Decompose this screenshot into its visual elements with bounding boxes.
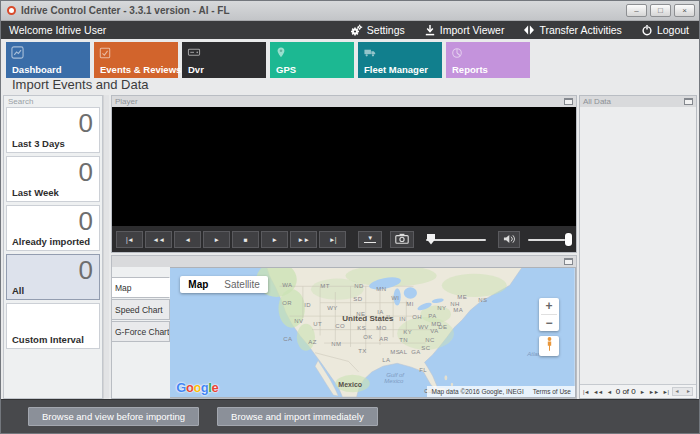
map-label: LA bbox=[382, 357, 390, 363]
map-label: NE bbox=[356, 311, 365, 317]
video-display[interactable] bbox=[112, 107, 576, 226]
step-forward-button[interactable]: ► bbox=[261, 231, 288, 248]
minimize-button[interactable]: – bbox=[626, 4, 647, 17]
expand-panel-icon[interactable] bbox=[564, 98, 573, 105]
zoom-out-button[interactable]: − bbox=[539, 315, 559, 331]
tab-reports[interactable]: Reports bbox=[446, 42, 530, 78]
map-label: NY bbox=[437, 305, 446, 311]
logout-label: Logout bbox=[657, 24, 689, 36]
expand-panel-icon[interactable] bbox=[564, 258, 573, 265]
browse-import-button[interactable]: Browse and import immediately bbox=[217, 407, 378, 426]
map-label: SD bbox=[353, 296, 362, 302]
map-label: UT bbox=[313, 321, 322, 327]
scroll-right-icon: ► bbox=[686, 389, 691, 394]
card-label: Last 3 Days bbox=[12, 138, 65, 149]
settings-button[interactable]: Settings bbox=[350, 24, 405, 37]
play-button[interactable]: ► bbox=[203, 231, 230, 248]
player-controls: |◄◄◄◄►■►►►►| ▼ bbox=[112, 226, 576, 252]
download-icon bbox=[424, 24, 436, 36]
map-label: CO bbox=[335, 323, 345, 329]
truck-icon bbox=[363, 45, 377, 63]
card-label: Already imported bbox=[12, 236, 90, 247]
expand-panel-icon[interactable] bbox=[684, 98, 693, 105]
map-label: MN bbox=[376, 286, 386, 292]
seek-slider[interactable] bbox=[426, 231, 486, 248]
search-card-last-3-days[interactable]: 0 Last 3 Days bbox=[6, 107, 100, 153]
sidebar-scrollbar[interactable] bbox=[103, 95, 109, 399]
tab-g-force-chart[interactable]: G-Force Chart bbox=[112, 321, 170, 342]
prev-page-button[interactable]: ◄ bbox=[607, 389, 612, 395]
import-viewer-label: Import Viewer bbox=[440, 24, 505, 36]
close-button[interactable]: × bbox=[674, 4, 695, 17]
logout-button[interactable]: Logout bbox=[641, 24, 689, 36]
all-data-panel-header: All Data bbox=[580, 96, 696, 107]
pegman-icon bbox=[545, 337, 554, 356]
count-value: 0 bbox=[79, 158, 93, 186]
stop-button[interactable]: ■ bbox=[232, 231, 259, 248]
settings-label: Settings bbox=[367, 24, 405, 36]
tab-speed-chart[interactable]: Speed Chart bbox=[112, 299, 170, 320]
skip-to-start-button[interactable]: |◄ bbox=[116, 231, 143, 248]
search-card-all[interactable]: 0 All bbox=[6, 254, 100, 300]
zoom-in-button[interactable]: + bbox=[539, 298, 559, 314]
rewind-button[interactable]: ◄◄ bbox=[145, 231, 172, 248]
terms-of-use-link[interactable]: Terms of Use bbox=[533, 388, 571, 395]
search-card-last-week[interactable]: 0 Last Week bbox=[6, 156, 100, 202]
footer-bar: Browse and view before importing Browse … bbox=[1, 399, 699, 433]
tab-gps[interactable]: GPS bbox=[270, 42, 354, 78]
seek-thumb[interactable] bbox=[427, 234, 435, 245]
map-label: GA bbox=[411, 349, 420, 355]
next-page-button[interactable]: ► bbox=[640, 389, 645, 395]
map-label: AR bbox=[379, 336, 388, 342]
map-label: MT bbox=[320, 283, 329, 289]
snapshot-button[interactable] bbox=[390, 231, 414, 248]
google-map[interactable]: WAMTNDMNWIMIORIDWYSDNEIANVUTCOKSMOILINOH… bbox=[170, 267, 576, 398]
search-groupbox: Search 0 Last 3 Days 0 Last Week 0 Alrea… bbox=[3, 95, 103, 399]
last-page-button[interactable]: ►| bbox=[663, 389, 669, 395]
maximize-button[interactable]: □ bbox=[650, 4, 671, 17]
mute-button[interactable] bbox=[498, 231, 520, 248]
next-group-button[interactable]: ►► bbox=[649, 389, 659, 395]
map-zoom-control: + − bbox=[539, 298, 559, 331]
main-navigation: Dashboard Events & Reviews Dvr GPS bbox=[1, 39, 699, 78]
map-type-map-button[interactable]: Map bbox=[180, 276, 216, 293]
save-clip-button[interactable]: ▼ bbox=[358, 231, 382, 248]
street-view-pegman[interactable] bbox=[539, 336, 559, 356]
volume-thumb[interactable] bbox=[565, 233, 572, 246]
map-label: TN bbox=[399, 337, 408, 343]
map-pin-icon bbox=[275, 45, 287, 63]
import-viewer-button[interactable]: Import Viewer bbox=[424, 24, 505, 36]
search-card-already-imported[interactable]: 0 Already imported bbox=[6, 205, 100, 251]
tab-fleet-manager[interactable]: Fleet Manager bbox=[358, 42, 442, 78]
map-label: OR bbox=[282, 300, 292, 306]
search-card-custom-interval[interactable]: Custom Interval bbox=[6, 303, 100, 349]
step-back-button[interactable]: ◄ bbox=[174, 231, 201, 248]
app-window: Idrive Control Center - 3.3.1 version - … bbox=[0, 0, 700, 434]
count-value: 0 bbox=[79, 109, 93, 137]
transfer-activities-button[interactable]: Transfer Activities bbox=[523, 24, 621, 36]
map-label: WY bbox=[327, 305, 337, 311]
map-label: WV bbox=[418, 324, 428, 330]
tab-dashboard[interactable]: Dashboard bbox=[6, 42, 90, 78]
prev-group-button[interactable]: ◄◄ bbox=[593, 389, 603, 395]
tab-dvr[interactable]: Dvr bbox=[182, 42, 266, 78]
all-data-panel-title: All Data bbox=[583, 97, 684, 107]
skip-to-end-button[interactable]: ►| bbox=[319, 231, 346, 248]
volume-slider[interactable] bbox=[528, 231, 572, 248]
tab-label: Dashboard bbox=[12, 64, 62, 75]
fast-forward-button[interactable]: ►► bbox=[290, 231, 317, 248]
map-label: ID bbox=[304, 302, 311, 308]
tab-events-reviews[interactable]: Events & Reviews bbox=[94, 42, 178, 78]
google-logo[interactable]: Google bbox=[176, 380, 218, 395]
center-column: Player |◄◄◄◄►■►►►►| ▼ bbox=[111, 95, 577, 399]
seek-track bbox=[426, 239, 486, 241]
pagination-scrollbar[interactable]: ◄ ► bbox=[672, 387, 693, 396]
map-label: ME bbox=[457, 294, 467, 300]
map-panel-body: Map Speed Chart G-Force Chart bbox=[112, 267, 576, 398]
browse-view-button[interactable]: Browse and view before importing bbox=[28, 407, 199, 426]
map-type-satellite-button[interactable]: Satellite bbox=[216, 276, 268, 293]
all-data-list[interactable] bbox=[580, 107, 696, 384]
camera-icon bbox=[395, 233, 409, 245]
first-page-button[interactable]: |◄ bbox=[583, 389, 589, 395]
tab-map[interactable]: Map bbox=[112, 277, 170, 298]
